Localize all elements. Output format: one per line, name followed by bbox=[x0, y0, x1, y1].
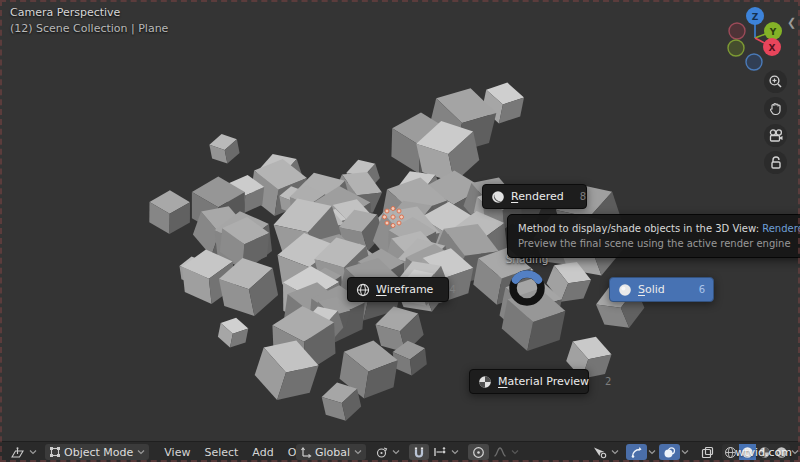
tooltip-text: Method to display/shade objects in the 3… bbox=[518, 221, 800, 236]
menu-select[interactable]: Select bbox=[197, 444, 245, 460]
shading-dropdown-icon[interactable] bbox=[791, 448, 799, 456]
axis-neg-x-ball[interactable] bbox=[729, 23, 745, 39]
tooltip-value: Rendered bbox=[762, 223, 800, 234]
chevron-down-icon bbox=[451, 448, 459, 456]
orientation-label: Global bbox=[315, 446, 350, 459]
xray-icon bbox=[701, 446, 714, 459]
menu-add[interactable]: Add bbox=[245, 444, 280, 460]
axis-y-label: Y bbox=[769, 27, 777, 37]
xray-toggle[interactable] bbox=[697, 444, 718, 460]
mode-select[interactable]: Object Mode bbox=[45, 444, 149, 460]
chevron-down-icon bbox=[29, 448, 37, 456]
tooltip: Method to display/shade objects in the 3… bbox=[507, 214, 800, 258]
sidebar-toggle-icon[interactable]: ❮ bbox=[787, 16, 796, 29]
pie-item-hotkey: 4 bbox=[439, 284, 455, 295]
axis-z-label: Z bbox=[752, 12, 759, 22]
proportional-circle-icon bbox=[472, 446, 485, 459]
viewport-overlay: Camera Perspective (12) Scene Collection… bbox=[10, 5, 168, 37]
viewport-nav-buttons bbox=[764, 70, 787, 174]
tooltip-description: Preview the final scene using the active… bbox=[518, 236, 800, 251]
pivot-point-select[interactable] bbox=[371, 444, 404, 460]
pie-item-hotkey: 8 bbox=[570, 191, 586, 202]
editor-type-button[interactable] bbox=[6, 444, 41, 460]
pie-item-label: Solid bbox=[638, 283, 665, 296]
gizmo-dropdown-icon[interactable] bbox=[648, 448, 656, 456]
axis-neg-z-ball[interactable] bbox=[746, 54, 762, 70]
proportional-editing-toggle[interactable] bbox=[468, 444, 489, 460]
overlays-spheres-icon bbox=[663, 446, 676, 459]
chevron-down-icon bbox=[611, 448, 619, 456]
tooltip-label: Method to display/shade objects in the 3… bbox=[518, 223, 759, 234]
gizmo-arrow-icon bbox=[630, 446, 643, 459]
pie-item-wireframe[interactable]: Wireframe 4 bbox=[347, 277, 449, 302]
pivot-point-icon bbox=[375, 446, 388, 459]
breadcrumb: (12) Scene Collection | Plane bbox=[10, 21, 168, 37]
orientation-axes-icon bbox=[300, 446, 312, 458]
rendered-sphere-icon bbox=[491, 190, 505, 204]
axis-x-label: X bbox=[769, 43, 776, 53]
pie-item-label: Wireframe bbox=[376, 283, 433, 296]
chevron-down-icon bbox=[354, 448, 362, 456]
chevron-down-icon bbox=[392, 448, 400, 456]
pie-menu-center-ring bbox=[504, 265, 550, 311]
transform-orientation-select[interactable]: Global bbox=[296, 444, 366, 460]
pan-hand-icon[interactable] bbox=[764, 97, 787, 120]
chevron-down-icon bbox=[137, 448, 145, 456]
pie-item-label: Rendered bbox=[511, 190, 564, 203]
pie-item-hotkey: 2 bbox=[595, 376, 611, 387]
solid-sphere-icon bbox=[618, 283, 632, 297]
falloff-curve-icon bbox=[493, 446, 507, 458]
object-type-visibility-button[interactable] bbox=[588, 444, 623, 460]
axis-neg-y-ball[interactable] bbox=[728, 40, 744, 56]
snap-settings[interactable] bbox=[429, 444, 463, 460]
lock-icon[interactable] bbox=[764, 151, 787, 174]
visibility-pointer-eye-icon bbox=[592, 446, 607, 459]
snap-toggle[interactable] bbox=[409, 444, 429, 460]
object-mode-icon bbox=[49, 446, 61, 458]
menu-view[interactable]: View bbox=[157, 444, 197, 460]
pie-item-rendered[interactable]: Rendered 8 bbox=[482, 184, 587, 209]
watermark: wtvid.com bbox=[735, 446, 792, 459]
material-sphere-icon bbox=[478, 375, 492, 389]
mode-select-label: Object Mode bbox=[64, 446, 133, 459]
viewport-header: Object Mode View Select Add Object Globa… bbox=[0, 441, 800, 462]
wireframe-sphere-icon bbox=[356, 283, 370, 297]
overlays-dropdown-icon[interactable] bbox=[681, 448, 689, 456]
pie-item-label: Material Preview bbox=[498, 375, 589, 388]
magnet-icon bbox=[413, 446, 425, 459]
camera-view-icon[interactable] bbox=[764, 124, 787, 147]
pie-item-solid[interactable]: Solid 6 bbox=[609, 277, 714, 302]
show-gizmo-toggle[interactable] bbox=[626, 444, 647, 460]
zoom-icon[interactable] bbox=[764, 70, 787, 93]
snap-increment-icon bbox=[433, 446, 447, 458]
view-label: Camera Perspective bbox=[10, 5, 168, 21]
show-overlays-toggle[interactable] bbox=[659, 444, 680, 460]
axis-gizmo[interactable]: Z Y X bbox=[712, 2, 798, 74]
object-origin-marker bbox=[379, 203, 407, 231]
viewport-editor-icon bbox=[10, 446, 25, 459]
chevron-down-icon bbox=[511, 448, 519, 456]
proportional-falloff-select[interactable] bbox=[489, 444, 523, 460]
pie-item-hotkey: 6 bbox=[689, 284, 705, 295]
pie-item-material-preview[interactable]: Material Preview 2 bbox=[469, 369, 589, 394]
